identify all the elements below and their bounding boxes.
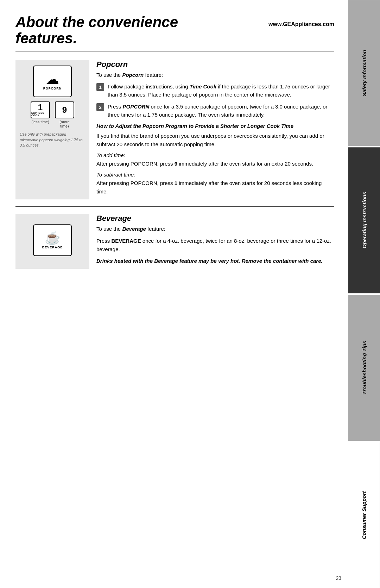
button-9-box: 9 — [55, 101, 74, 118]
beverage-image-panel: ☕ BEVERAGE — [15, 214, 89, 269]
add-time-body: After pressing POPCORN, press 9 immediat… — [96, 160, 334, 168]
beverage-title: Beverage — [96, 214, 334, 223]
step-1-number: 1 — [96, 83, 104, 91]
subtract-time-label: To subtract time: — [96, 172, 334, 178]
page-header: www.GEAppliances.com About the convenien… — [15, 14, 334, 51]
button-1-box: 1 EXPRESS COOK — [31, 101, 50, 118]
step-2: 2 Press POPCORN once for a 3.5 ounce pac… — [96, 103, 334, 119]
beverage-icon-box: ☕ BEVERAGE — [33, 224, 72, 256]
website-url: www.GEAppliances.com — [268, 21, 334, 27]
popcorn-icon-box: ☁ POPCORN — [33, 66, 72, 97]
popcorn-buttons: 1 EXPRESS COOK 9 — [31, 101, 74, 118]
adjust-body: If you find that the brand of popcorn yo… — [96, 132, 334, 149]
page-number: 23 — [336, 575, 341, 581]
popcorn-image-panel: ☁ POPCORN 1 EXPRESS COOK 9 (less time) (… — [15, 60, 89, 199]
step-1: 1 Follow package instructions, using Tim… — [96, 83, 334, 99]
step-2-number: 2 — [96, 103, 104, 111]
adjust-title: How to Adjust the Popcorn Program to Pro… — [96, 123, 334, 129]
sidebar-divider-2 — [348, 293, 380, 295]
beverage-section: ☕ BEVERAGE Beverage To use the Beverage … — [15, 214, 334, 269]
main-content: www.GEAppliances.com About the convenien… — [0, 0, 348, 588]
page-title: About the convenience features. — [15, 14, 334, 47]
beverage-warning: Drinks heated with the Beverage feature … — [96, 257, 334, 265]
beverage-icon: ☕ — [45, 231, 61, 244]
sidebar-tab-troubleshooting[interactable]: Troubleshooting Tips — [348, 295, 380, 441]
popcorn-intro: To use the Popcorn feature: — [96, 72, 334, 78]
popcorn-caption: Use only with prepackaged microwave popc… — [20, 132, 85, 148]
beverage-body: Press BEVERAGE once for a 4-oz. beverage… — [96, 237, 334, 254]
popcorn-title: Popcorn — [96, 60, 334, 69]
beverage-text: Beverage To use the Beverage feature: Pr… — [96, 214, 334, 269]
popcorn-icon: ☁ — [46, 73, 59, 86]
sidebar: Safety Information Operating Instruction… — [348, 0, 380, 588]
add-time-label: To add time: — [96, 152, 334, 158]
beverage-intro: To use the Beverage feature: — [96, 226, 334, 232]
section-divider — [15, 206, 334, 207]
sidebar-tab-consumer[interactable]: Consumer Support — [348, 442, 380, 588]
popcorn-text: Popcorn To use the Popcorn feature: 1 Fo… — [96, 60, 334, 199]
subtract-time-body: After pressing POPCORN, press 1 immediat… — [96, 179, 334, 196]
time-labels: (less time) (more time) — [31, 120, 74, 128]
popcorn-section: ☁ POPCORN 1 EXPRESS COOK 9 (less time) (… — [15, 60, 334, 199]
sidebar-tab-operating[interactable]: Operating Instructions — [348, 147, 380, 293]
sidebar-tab-safety[interactable]: Safety Information — [348, 0, 380, 146]
